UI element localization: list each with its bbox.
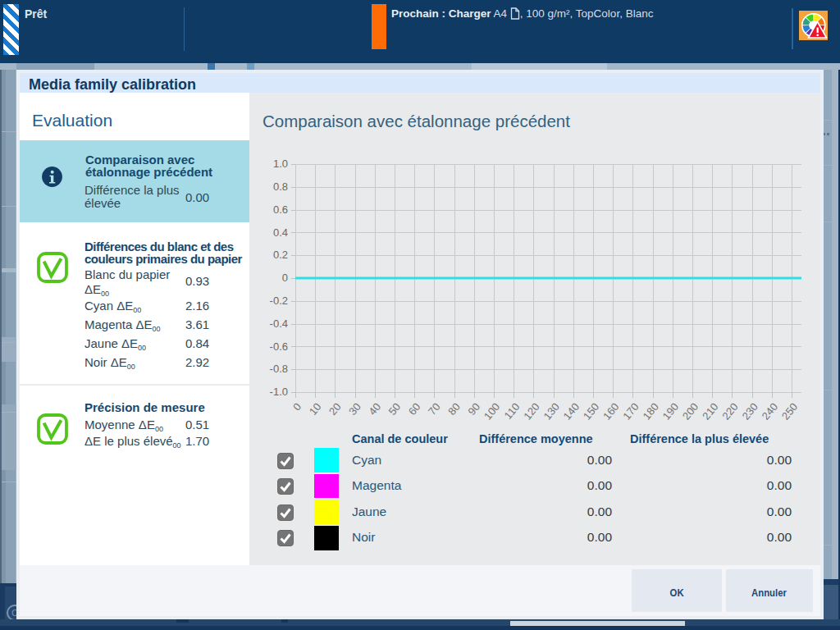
svg-text:0.8: 0.8	[273, 180, 288, 193]
svg-text:40: 40	[366, 400, 383, 418]
svg-text:60: 60	[406, 400, 423, 418]
svg-text:210: 210	[700, 400, 720, 422]
svg-text:0.4: 0.4	[273, 226, 288, 239]
svg-text:30: 30	[346, 400, 363, 418]
svg-text:170: 170	[620, 400, 641, 422]
svg-text:120: 120	[521, 400, 541, 422]
svg-text:0.6: 0.6	[273, 203, 288, 216]
svg-text:160: 160	[600, 400, 621, 422]
svg-text:-0.2: -0.2	[270, 294, 288, 307]
svg-text:80: 80	[445, 400, 463, 418]
svg-text:-0.8: -0.8	[270, 363, 288, 375]
svg-text:230: 230	[739, 400, 760, 422]
svg-text:200: 200	[680, 400, 701, 422]
svg-text:20: 20	[326, 400, 344, 418]
svg-text:250: 250	[779, 400, 800, 422]
svg-text:-0.4: -0.4	[270, 317, 288, 330]
svg-text:220: 220	[719, 400, 740, 422]
svg-text:70: 70	[426, 400, 443, 418]
svg-text:10: 10	[307, 400, 324, 418]
svg-text:140: 140	[561, 400, 582, 422]
svg-text:180: 180	[640, 400, 660, 422]
svg-text:150: 150	[581, 400, 601, 422]
svg-text:130: 130	[541, 400, 561, 422]
svg-text:100: 100	[482, 400, 502, 422]
svg-text:1.0: 1.0	[273, 158, 288, 170]
svg-text:0: 0	[290, 400, 304, 413]
svg-text:90: 90	[465, 400, 482, 418]
svg-text:-0.6: -0.6	[270, 340, 288, 353]
svg-text:50: 50	[386, 400, 404, 418]
svg-text:0.2: 0.2	[273, 249, 288, 261]
svg-text:0: 0	[282, 272, 288, 284]
svg-text:-1.0: -1.0	[270, 386, 288, 398]
svg-text:190: 190	[660, 400, 681, 422]
svg-text:110: 110	[502, 400, 523, 422]
svg-text:240: 240	[760, 400, 780, 422]
